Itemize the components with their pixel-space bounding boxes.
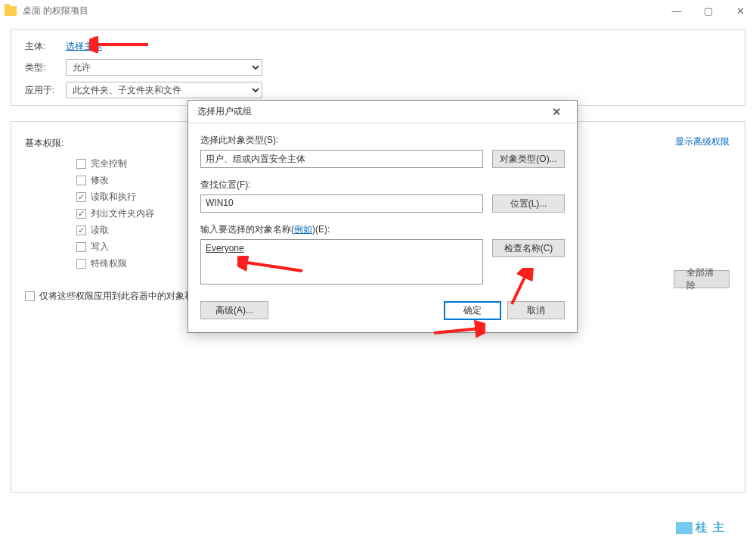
object-type-label: 选择此对象类型(S): [200,134,565,147]
only-apply-label: 仅将这些权限应用到此容器中的对象和 [39,290,194,303]
dialog-footer: 高级(A)... 确定 取消 [188,301,577,332]
permission-checkbox[interactable] [76,209,86,219]
window-controls: — ▢ ✕ [661,0,756,21]
clear-all-button[interactable]: 全部清除 [674,270,730,288]
permission-label: 列出文件夹内容 [91,207,154,220]
header-panel: 主体: 选择主体 类型: 允许 拒绝 应用于: 此文件夹、子文件夹和文件 [11,29,745,106]
permission-label: 完全控制 [91,157,127,170]
window-title: 桌面 的权限项目 [23,5,88,17]
permission-label: 读取和执行 [91,191,136,204]
minimize-button[interactable]: — [661,0,692,21]
dialog-title: 选择用户或组 [197,105,252,118]
maximize-button[interactable]: ▢ [692,0,724,21]
applies-to-dropdown[interactable]: 此文件夹、子文件夹和文件 [66,82,262,98]
example-link[interactable]: 例如 [294,224,312,235]
type-dropdown[interactable]: 允许 拒绝 [66,59,262,76]
watermark-logo-icon [676,522,692,534]
folder-icon [5,6,17,16]
permission-label: 修改 [91,174,109,187]
permission-label: 写入 [91,241,109,253]
principal-label: 主体: [25,40,66,53]
ok-button[interactable]: 确定 [444,301,501,320]
permission-checkbox[interactable] [76,259,86,269]
object-type-field: 用户、组或内置安全主体 [200,150,483,168]
applies-to-label: 应用于: [25,84,66,97]
window-titlebar: 桌面 的权限项目 — ▢ ✕ [0,0,756,21]
location-button[interactable]: 位置(L)... [492,194,565,213]
type-label: 类型: [25,61,66,74]
close-button[interactable]: ✕ [724,0,756,21]
select-user-or-group-dialog: 选择用户或组 ✕ 选择此对象类型(S): 用户、组或内置安全主体 对象类型(O)… [187,100,578,333]
permission-checkbox[interactable] [76,225,86,235]
only-apply-checkbox[interactable] [25,291,35,301]
show-advanced-permissions-link[interactable]: 显示高级权限 [675,135,730,148]
permission-checkbox[interactable] [76,159,86,169]
permission-label: 读取 [91,224,109,237]
dialog-titlebar: 选择用户或组 ✕ [188,101,577,123]
object-type-button[interactable]: 对象类型(O)... [492,150,565,168]
watermark: 桂 主 [676,521,726,535]
permission-checkbox[interactable] [76,242,86,252]
location-label: 查找位置(F): [200,179,565,191]
enter-names-label: 输入要选择的对象名称(例如)(E): [200,223,565,236]
advanced-button[interactable]: 高级(A)... [200,301,268,319]
object-name-input[interactable]: Everyone [200,239,483,285]
entered-object-name: Everyone [206,243,244,253]
permission-checkbox[interactable] [76,192,86,202]
permission-label: 特殊权限 [91,257,127,270]
watermark-text: 桂 主 [696,521,726,535]
permission-checkbox[interactable] [76,176,86,185]
location-field: WIN10 [200,194,483,213]
cancel-button[interactable]: 取消 [507,301,565,319]
dialog-close-button[interactable]: ✕ [542,101,571,123]
select-principal-link[interactable]: 选择主体 [66,40,102,53]
check-names-button[interactable]: 检查名称(C) [492,239,565,257]
